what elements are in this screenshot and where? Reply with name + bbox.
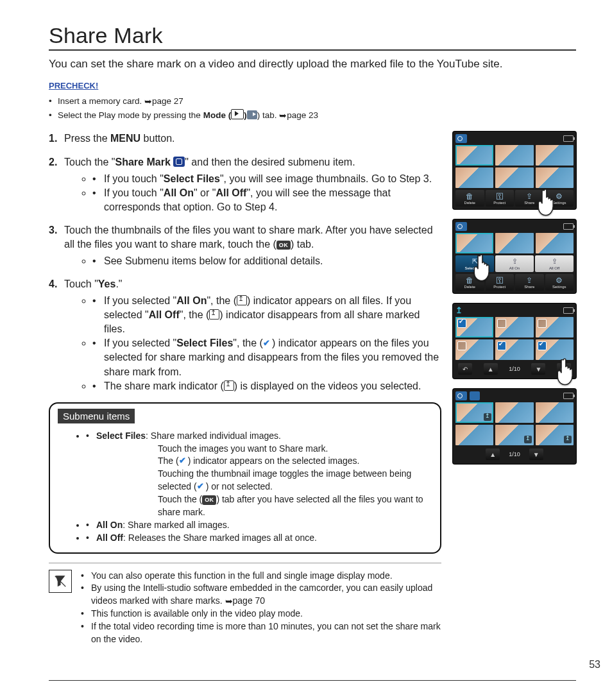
- checkbox-on-icon: [497, 341, 506, 350]
- select-files-button[interactable]: ⇱Select Files: [455, 255, 494, 272]
- thumbnail[interactable]: [536, 317, 574, 337]
- thumbnail[interactable]: [455, 339, 493, 360]
- select-icon: ⇱: [472, 257, 478, 266]
- camera-mode-icon: [455, 134, 467, 143]
- thumbnail[interactable]: [455, 402, 493, 423]
- protect-button[interactable]: ⚿Protect: [486, 190, 514, 207]
- step-4-sub: If you selected "Select Files", the () i…: [92, 336, 441, 379]
- delete-button[interactable]: 🗑Delete: [455, 274, 484, 291]
- camera-screen-2: ⇱Select Files ⇪All On ⇪All Off 🗑Delete ⚿…: [453, 219, 576, 293]
- screenshots-column: 🗑Delete ⚿Protect ⇪Share ⚙Settings: [453, 132, 576, 645]
- footer-rule: [49, 680, 576, 681]
- thumbnail[interactable]: [536, 402, 574, 423]
- thumbnail[interactable]: [455, 233, 493, 253]
- notes-box: You can also operate this function in th…: [49, 563, 441, 646]
- all-on-button[interactable]: ⇪All On: [495, 255, 534, 272]
- step-4-sub: If you selected "All On", the () indicat…: [92, 294, 441, 336]
- upload-mode-icon: ↥: [455, 306, 467, 315]
- checkbox-on-icon: [457, 319, 466, 328]
- page-up-button[interactable]: ▲: [484, 363, 498, 375]
- thumbnail[interactable]: [495, 167, 533, 188]
- precheck-item: Select the Play mode by pressing the Mod…: [49, 108, 576, 123]
- thumbnail[interactable]: [455, 317, 493, 337]
- back-button[interactable]: ↶: [458, 363, 472, 375]
- key-icon: ⚿: [496, 277, 504, 284]
- thumbnail[interactable]: [455, 145, 493, 166]
- ok-button-icon: OK: [202, 495, 216, 505]
- note-item: This function is available only in the v…: [81, 608, 441, 620]
- precheck-heading: PRECHECK!: [49, 81, 576, 90]
- checkbox-off-icon: [457, 341, 466, 350]
- thumbnail[interactable]: [536, 167, 574, 188]
- share-mark-indicator-icon: [237, 295, 247, 305]
- intro-text: You can set the share mark on a video an…: [49, 57, 576, 72]
- battery-icon: [563, 135, 574, 142]
- thumbnail[interactable]: [455, 167, 493, 188]
- thumbnail[interactable]: [536, 339, 574, 360]
- delete-button[interactable]: 🗑Delete: [455, 190, 484, 207]
- step-4-sub: The share mark indicator () is displayed…: [92, 379, 441, 393]
- share-icon: ⇪: [526, 277, 532, 284]
- thumbnail[interactable]: [455, 425, 493, 445]
- check-indicator-icon: [197, 482, 206, 491]
- step-3: 3. Touch the thumbnails of the files you…: [49, 223, 441, 268]
- protect-button[interactable]: ⚿Protect: [486, 274, 514, 291]
- checkbox-on-icon: [538, 341, 547, 350]
- precheck-item: Insert a memory card. ➥page 27: [49, 94, 576, 108]
- share-mark-indicator-icon: [209, 309, 219, 320]
- check-indicator-icon: [263, 339, 272, 348]
- page-up-button[interactable]: ▲: [486, 448, 500, 460]
- thumbnail[interactable]: [495, 402, 533, 423]
- share-mark-badge-icon: [564, 436, 572, 443]
- share-mark-badge-icon: [484, 413, 491, 421]
- thumbnail[interactable]: [495, 339, 533, 360]
- page-down-button[interactable]: ▼: [529, 448, 543, 460]
- note-item: If the total video recording time is mor…: [81, 620, 441, 646]
- step-1: 1. Press the MENU button.: [49, 132, 441, 146]
- battery-icon: [563, 393, 574, 399]
- thumbnail[interactable]: [495, 145, 533, 166]
- camera-mode-icon: [455, 222, 467, 231]
- thumbnail[interactable]: [495, 233, 533, 253]
- all-off-button[interactable]: ⇪All Off: [535, 255, 574, 272]
- share-mark-indicator-icon: [224, 380, 234, 391]
- page-indicator: 1/10: [509, 366, 520, 372]
- camera-screen-1: 🗑Delete ⚿Protect ⇪Share ⚙Settings: [453, 132, 576, 209]
- gear-icon: ⚙: [556, 192, 563, 200]
- arrow-icon: ➥: [279, 109, 287, 123]
- camera-mode-icon: [455, 391, 467, 400]
- share-button[interactable]: ⇪Share: [515, 190, 544, 207]
- thumbnail[interactable]: [536, 145, 574, 166]
- page-title: Share Mark: [49, 23, 576, 51]
- share-icon: ⇪: [526, 192, 532, 200]
- checkbox-off-icon: [538, 319, 547, 328]
- note-item: You can also operate this function in th…: [81, 570, 441, 583]
- share-button[interactable]: ⇪Share: [515, 274, 544, 291]
- step-4: 4. Touch "Yes." If you selected "All On"…: [49, 277, 441, 393]
- precheck-list: Insert a memory card. ➥page 27 Select th…: [49, 94, 576, 123]
- step-3-sub: See Submenu items below for additional d…: [92, 254, 441, 268]
- page-down-button[interactable]: ▼: [531, 363, 545, 375]
- play-mode-icon: [231, 109, 244, 119]
- trash-icon: 🗑: [466, 192, 473, 200]
- step-2-sub: If you touch "Select Files", you will se…: [92, 172, 441, 186]
- share-mark-badge-icon: [524, 436, 532, 443]
- share-mark-icon: [173, 157, 185, 167]
- ok-button[interactable]: OK: [557, 363, 571, 375]
- page-indicator: 1/10: [509, 451, 520, 457]
- camera-screen-4: ▲ 1/10 ▼: [453, 389, 576, 464]
- check-indicator-icon: [179, 456, 188, 465]
- note-icon: [49, 570, 72, 593]
- thumbnail[interactable]: [495, 425, 533, 445]
- settings-button[interactable]: ⚙Settings: [545, 274, 574, 291]
- note-item: By using the Intelli-studio software emb…: [81, 582, 441, 608]
- thumbnail[interactable]: [495, 317, 533, 337]
- thumbnail[interactable]: [536, 233, 574, 253]
- step-2: 2. Touch the "Share Mark " and then the …: [49, 155, 441, 214]
- thumbnail[interactable]: [536, 425, 574, 445]
- all-off-icon: ⇪: [552, 257, 557, 266]
- all-on-icon: ⇪: [512, 257, 518, 266]
- submenu-item: Select Files: Share marked individual im…: [86, 430, 431, 519]
- arrow-icon: ➥: [225, 595, 233, 608]
- settings-button[interactable]: ⚙Settings: [545, 190, 574, 207]
